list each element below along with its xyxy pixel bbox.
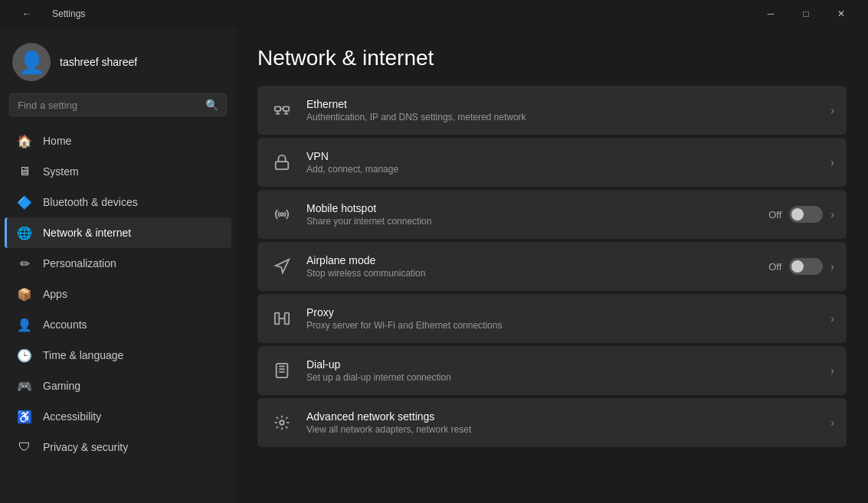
- sidebar-label-accessibility: Accessibility: [43, 410, 101, 423]
- advanced-subtitle: View all network adapters, network reset: [306, 424, 818, 435]
- airplane-title: Airplane mode: [306, 254, 756, 266]
- minimize-button[interactable]: ─: [753, 2, 788, 26]
- avatar: 👤: [12, 43, 51, 81]
- sidebar-label-time: Time & language: [43, 349, 123, 361]
- sidebar-item-network[interactable]: 🌐 Network & internet: [5, 217, 231, 248]
- svg-rect-9: [275, 313, 280, 325]
- hotspot-title: Mobile hotspot: [306, 202, 756, 214]
- maximize-button[interactable]: □: [788, 2, 824, 26]
- chevron-dialup: ›: [830, 364, 834, 377]
- settings-item-proxy[interactable]: Proxy Proxy server for Wi-Fi and Etherne…: [257, 294, 847, 343]
- sidebar-item-privacy[interactable]: 🛡 Privacy & security: [5, 432, 231, 462]
- chevron-vpn: ›: [830, 156, 834, 168]
- sidebar-item-accounts[interactable]: 👤 Accounts: [5, 309, 231, 340]
- nav-list: 🏠 Home 🖥 System 🔷 Bluetooth & devices 🌐 …: [0, 126, 236, 462]
- svg-point-16: [280, 420, 284, 425]
- sidebar-item-home[interactable]: 🏠 Home: [5, 126, 231, 156]
- dialup-subtitle: Set up a dial-up internet connection: [306, 372, 818, 383]
- vpn-text: VPN Add, connect, manage: [306, 150, 818, 175]
- dialup-right: ›: [830, 364, 834, 377]
- close-button[interactable]: ✕: [824, 2, 859, 26]
- vpn-subtitle: Add, connect, manage: [306, 164, 818, 175]
- search-box: 🔍: [9, 93, 227, 116]
- sidebar-label-system: System: [43, 165, 79, 178]
- status-hotspot: Off: [768, 209, 781, 220]
- settings-item-advanced[interactable]: Advanced network settings View all netwo…: [257, 398, 847, 447]
- profile-name: tashreef shareef: [60, 56, 137, 68]
- app-container: 👤 tashreef shareef 🔍 🏠 Home 🖥 System 🔷 B…: [0, 28, 868, 503]
- sidebar-label-bluetooth: Bluetooth & devices: [43, 196, 138, 208]
- advanced-title: Advanced network settings: [306, 410, 818, 423]
- apps-icon: 📦: [17, 286, 32, 302]
- sidebar-label-accounts: Accounts: [43, 318, 87, 331]
- gaming-icon: 🎮: [17, 378, 32, 394]
- proxy-title: Proxy: [306, 306, 818, 318]
- sidebar-item-accessibility[interactable]: ♿ Accessibility: [5, 401, 231, 432]
- ethernet-text: Ethernet Authentication, IP and DNS sett…: [306, 98, 818, 122]
- hotspot-right: Off ›: [768, 206, 834, 223]
- ethernet-icon: [270, 98, 294, 122]
- content-area: Network & internet Ethernet Authenticati…: [236, 28, 868, 503]
- svg-rect-0: [275, 106, 280, 111]
- settings-list: Ethernet Authentication, IP and DNS sett…: [257, 86, 847, 447]
- search-container: 🔍: [0, 93, 236, 126]
- airplane-icon: [270, 254, 294, 279]
- sidebar-label-privacy: Privacy & security: [43, 441, 128, 453]
- sidebar-item-bluetooth[interactable]: 🔷 Bluetooth & devices: [5, 187, 231, 217]
- dialup-text: Dial-up Set up a dial-up internet connec…: [306, 358, 818, 383]
- titlebar-left: ← Settings: [9, 2, 85, 26]
- sidebar-item-time[interactable]: 🕒 Time & language: [5, 340, 231, 371]
- status-airplane: Off: [768, 261, 781, 273]
- system-icon: 🖥: [17, 164, 32, 179]
- sidebar-label-gaming: Gaming: [43, 380, 80, 392]
- sidebar-label-apps: Apps: [43, 288, 67, 300]
- proxy-text: Proxy Proxy server for Wi-Fi and Etherne…: [306, 306, 818, 331]
- chevron-airplane: ›: [830, 260, 834, 273]
- vpn-right: ›: [830, 156, 834, 168]
- svg-rect-7: [276, 162, 289, 169]
- airplane-right: Off ›: [768, 258, 834, 275]
- advanced-icon: [270, 410, 294, 435]
- svg-rect-10: [285, 313, 290, 325]
- accessibility-icon: ♿: [17, 409, 32, 424]
- ethernet-right: ›: [830, 104, 834, 116]
- airplane-subtitle: Stop wireless communication: [306, 268, 756, 279]
- page-title: Network & internet: [257, 46, 847, 70]
- settings-item-dialup[interactable]: Dial-up Set up a dial-up internet connec…: [257, 346, 847, 395]
- toggle-hotspot[interactable]: [789, 206, 823, 223]
- network-icon: 🌐: [17, 225, 32, 240]
- vpn-icon: [270, 150, 294, 175]
- advanced-right: ›: [830, 416, 834, 429]
- personalization-icon: ✏: [17, 256, 32, 271]
- sidebar-item-apps[interactable]: 📦 Apps: [5, 279, 231, 309]
- vpn-title: VPN: [306, 150, 818, 162]
- chevron-proxy: ›: [830, 312, 834, 325]
- sidebar-label-personalization: Personalization: [43, 257, 116, 269]
- settings-item-ethernet[interactable]: Ethernet Authentication, IP and DNS sett…: [257, 86, 847, 135]
- sidebar: 👤 tashreef shareef 🔍 🏠 Home 🖥 System 🔷 B…: [0, 28, 236, 503]
- settings-item-vpn[interactable]: VPN Add, connect, manage ›: [257, 138, 847, 187]
- time-icon: 🕒: [17, 348, 32, 363]
- toggle-airplane[interactable]: [789, 258, 823, 275]
- home-icon: 🏠: [17, 133, 32, 149]
- titlebar: ← Settings ─ □ ✕: [0, 0, 868, 28]
- app-title: Settings: [52, 8, 85, 19]
- search-input[interactable]: [18, 100, 199, 111]
- ethernet-title: Ethernet: [306, 98, 818, 110]
- airplane-text: Airplane mode Stop wireless communicatio…: [306, 254, 756, 279]
- settings-item-airplane[interactable]: Airplane mode Stop wireless communicatio…: [257, 242, 847, 291]
- sidebar-item-gaming[interactable]: 🎮 Gaming: [5, 371, 231, 401]
- profile-section[interactable]: 👤 tashreef shareef: [0, 34, 236, 93]
- hotspot-icon: [270, 202, 294, 227]
- window-controls: ─ □ ✕: [753, 2, 859, 26]
- back-button[interactable]: ←: [9, 2, 44, 26]
- settings-item-hotspot[interactable]: Mobile hotspot Share your internet conne…: [257, 190, 847, 239]
- sidebar-label-network: Network & internet: [43, 227, 131, 239]
- bluetooth-icon: 🔷: [17, 194, 32, 210]
- sidebar-item-system[interactable]: 🖥 System: [5, 156, 231, 187]
- accounts-icon: 👤: [17, 317, 32, 332]
- sidebar-item-personalization[interactable]: ✏ Personalization: [5, 248, 231, 279]
- hotspot-text: Mobile hotspot Share your internet conne…: [306, 202, 756, 227]
- avatar-icon: 👤: [18, 50, 45, 75]
- proxy-subtitle: Proxy server for Wi-Fi and Ethernet conn…: [306, 320, 818, 331]
